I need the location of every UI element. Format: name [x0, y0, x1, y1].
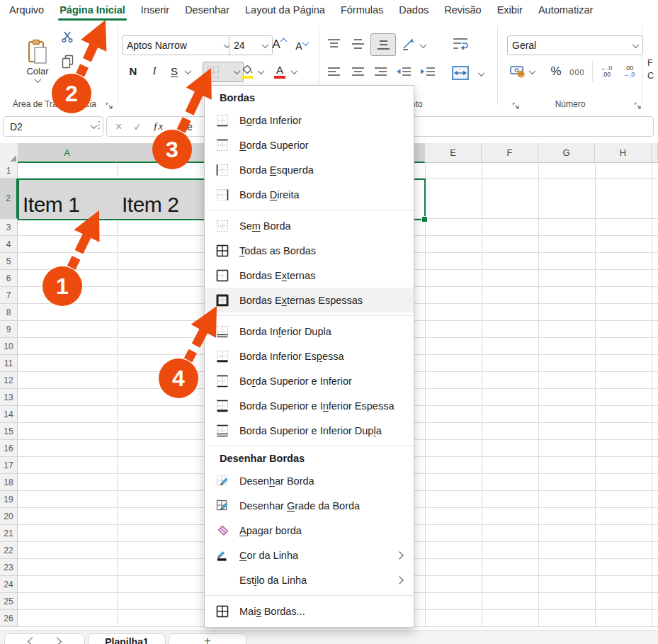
row-header-18[interactable]: 18 [0, 474, 18, 491]
row-header-8[interactable]: 8 [0, 304, 18, 321]
column-header-g[interactable]: G [538, 143, 595, 163]
menu-item-borda-superior-e-inferior[interactable]: Borda Superior e Inferior [205, 368, 414, 393]
menubar-tab-pagina-inicial[interactable]: Página Inicial [52, 0, 133, 21]
menu-item-cor-da-linha[interactable]: Cor da Linha [205, 543, 414, 567]
fill-color-button[interactable] [239, 62, 255, 81]
row-header-22[interactable]: 22 [0, 542, 18, 559]
borders-button[interactable] [203, 62, 244, 82]
menubar-tab-desenhar[interactable]: Desenhar [177, 0, 237, 21]
menubar-tab-inserir[interactable]: Inserir [133, 0, 177, 21]
menu-item-desenhar-grade-da-borda[interactable]: Desenhar Grade da Borda [205, 493, 414, 518]
row-header-15[interactable]: 15 [0, 423, 18, 440]
accounting-format-button[interactable] [509, 62, 527, 81]
column-header-a[interactable]: A [18, 143, 117, 163]
row-header-2[interactable]: 2 [0, 179, 18, 219]
row-header-14[interactable]: 14 [0, 406, 18, 423]
menubar-tab-formulas[interactable]: Fórmulas [333, 0, 391, 21]
number-dialog-launcher[interactable] [634, 100, 642, 108]
conditional-formatting-button[interactable]: F C [647, 57, 658, 82]
menu-item-borda-inferior-espessa[interactable]: Borda Inferior Espessa [205, 344, 414, 368]
menu-item-borda-superior-e-inferior-espessa[interactable]: Borda Superior e Inferior Espessa [205, 393, 414, 418]
clipboard-dialog-launcher[interactable] [106, 100, 114, 108]
row-header-4[interactable]: 4 [0, 236, 18, 253]
row-header-17[interactable]: 17 [0, 457, 18, 474]
align-right-button[interactable] [371, 64, 390, 81]
row-header-12[interactable]: 12 [0, 372, 18, 389]
row-header-25[interactable]: 25 [0, 593, 18, 610]
menu-item-apagar-borda[interactable]: Apagar borda [205, 518, 414, 543]
select-all-corner[interactable] [0, 143, 18, 164]
accounting-chevron-icon[interactable] [529, 67, 536, 74]
font-color-button[interactable]: A [272, 62, 288, 81]
percent-style-button[interactable]: % [547, 62, 565, 81]
menu-item-bordas-externas[interactable]: Bordas Externas [205, 263, 414, 288]
wrap-text-button[interactable] [450, 34, 470, 54]
font-size-combo[interactable]: 24 [229, 35, 273, 55]
menubar-tab-revisao[interactable]: Revisão [436, 0, 489, 21]
align-top-button[interactable] [324, 35, 343, 52]
shrink-font-button[interactable]: A [292, 37, 312, 55]
menu-item-desenhar-borda[interactable]: Desenhar Borda [205, 468, 414, 493]
cancel-button[interactable]: × [115, 120, 122, 133]
row-header-19[interactable]: 19 [0, 491, 18, 508]
row-header-7[interactable]: 7 [0, 287, 18, 304]
row-header-6[interactable]: 6 [0, 270, 18, 287]
cut-button[interactable] [59, 30, 75, 44]
row-header-16[interactable]: 16 [0, 440, 18, 457]
column-header-b[interactable]: B [117, 143, 218, 163]
cell-b2[interactable]: Item 2 [118, 180, 217, 219]
decrease-decimal-button[interactable]: .00 →,0 [619, 62, 639, 81]
add-sheet-button[interactable]: + [169, 633, 246, 644]
row-header-26[interactable]: 26 [0, 610, 18, 627]
menubar-tab-layout-da-pagina[interactable]: Layout da Página [237, 0, 333, 21]
row-header-9[interactable]: 9 [0, 321, 18, 338]
row-header-13[interactable]: 13 [0, 389, 18, 406]
menubar-tab-automatizar[interactable]: Automatizar [531, 0, 601, 21]
row-header-3[interactable]: 3 [0, 219, 18, 236]
menu-item-borda-superior[interactable]: Borda Superior [205, 132, 414, 157]
name-box[interactable]: D2 [3, 116, 103, 137]
align-bottom-button[interactable] [370, 33, 396, 56]
cell-a2[interactable]: Item 1 [19, 180, 115, 219]
increase-decimal-button[interactable]: ←.0 .00 [596, 62, 616, 81]
underline-chevron-icon[interactable] [185, 67, 192, 74]
row-header-23[interactable]: 23 [0, 559, 18, 576]
align-left-button[interactable] [324, 64, 343, 81]
row-header-1[interactable]: 1 [0, 163, 18, 179]
grow-font-button[interactable]: A [269, 35, 289, 54]
insert-function-button[interactable]: ƒx [153, 120, 163, 132]
orientation-button[interactable] [399, 35, 418, 52]
align-middle-button[interactable] [348, 35, 367, 52]
paste-button[interactable]: Colar [17, 26, 58, 96]
enter-button[interactable]: ✓ [133, 121, 142, 132]
decrease-indent-button[interactable] [394, 64, 414, 81]
selection-fill-handle[interactable] [421, 216, 428, 222]
copy-button[interactable] [59, 54, 75, 69]
underline-button[interactable]: S [166, 62, 183, 79]
font-name-combo[interactable]: Aptos Narrow [122, 35, 234, 55]
orientation-chevron-icon[interactable] [420, 41, 427, 48]
row-header-24[interactable]: 24 [0, 576, 18, 593]
comma-style-button[interactable]: 000 [567, 64, 588, 81]
italic-button[interactable]: I [146, 62, 163, 79]
menu-item-borda-direita[interactable]: Borda Direita [205, 182, 414, 207]
menu-item-borda-inferior-dupla[interactable]: Borda Inferior Dupla [205, 319, 414, 344]
row-header-5[interactable]: 5 [0, 253, 18, 270]
merge-center-button[interactable] [450, 64, 470, 82]
column-header-h[interactable]: H [595, 143, 652, 163]
menubar-tab-arquivo[interactable]: Arquivo [1, 0, 52, 21]
menu-item-borda-esquerda[interactable]: Borda Esquerda [205, 157, 414, 182]
align-center-button[interactable] [348, 64, 367, 81]
increase-indent-button[interactable] [418, 64, 438, 81]
next-sheet-button[interactable] [52, 637, 62, 644]
fill-color-chevron-icon[interactable] [258, 67, 265, 74]
number-format-combo[interactable]: Geral [507, 35, 643, 55]
menubar-tab-exibir[interactable]: Exibir [489, 0, 531, 21]
row-header-21[interactable]: 21 [0, 525, 18, 542]
menu-item-todas-as-bordas[interactable]: Todas as Bordas [205, 238, 414, 263]
font-color-chevron-icon[interactable] [291, 67, 298, 74]
bold-button[interactable]: N [125, 62, 142, 79]
merge-chevron-icon[interactable] [478, 69, 485, 77]
column-header-e[interactable]: E [425, 143, 482, 163]
row-header-20[interactable]: 20 [0, 508, 18, 525]
